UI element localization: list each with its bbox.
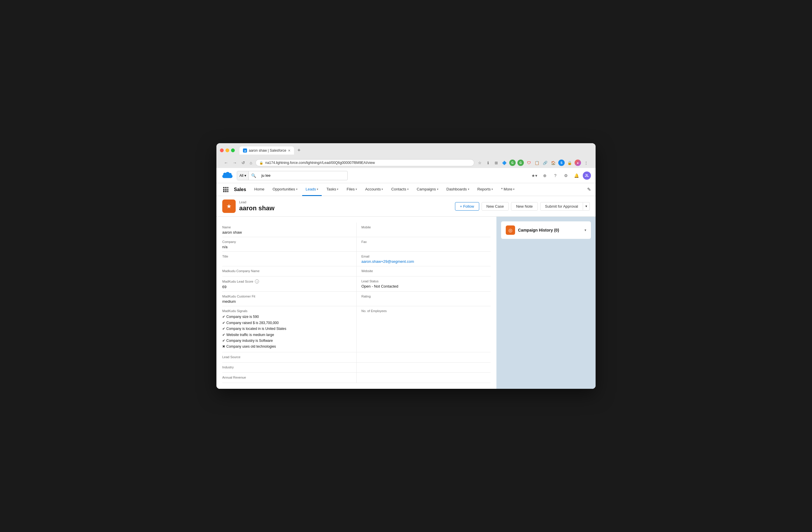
signals-row: MadKudu Signals Company size is 590 Comp… <box>222 306 491 352</box>
settings-icon[interactable]: ⚙ <box>562 172 570 180</box>
traffic-lights <box>220 148 235 152</box>
search-type-chevron: ▾ <box>244 174 246 178</box>
info-circle-icon[interactable]: i <box>255 279 259 284</box>
nav-item-opportunities[interactable]: Opportunities ▾ <box>269 183 301 196</box>
campaign-expand-icon[interactable]: ▾ <box>584 228 586 232</box>
topbar-right: ★▾ ⊕ ? ⚙ 🔔 JL <box>530 172 591 180</box>
browser-ext10[interactable]: ● <box>575 160 581 166</box>
browser-ext9[interactable]: 🔒 <box>566 160 573 166</box>
field-employees: No. of Employees ✎ <box>357 306 491 352</box>
field-mobile: Mobile ✎ <box>357 222 491 237</box>
nav-item-campaigns[interactable]: Campaigns ▾ <box>413 183 442 196</box>
tab-close-button[interactable]: × <box>288 148 290 153</box>
field-madkudu-score-label: MadKudu Lead Score i <box>222 279 353 284</box>
svg-rect-6 <box>223 191 224 192</box>
chevron-icon: ▾ <box>468 188 469 191</box>
svg-rect-2 <box>227 187 228 188</box>
sf-navbar: Sales Home Opportunities ▾ Leads ▾ Tasks… <box>216 183 596 196</box>
field-email-value[interactable]: aaron.shaw+29@segment.com <box>361 259 487 264</box>
nav-item-tasks[interactable]: Tasks ▾ <box>323 183 342 196</box>
home-button[interactable]: ⌂ <box>248 160 253 166</box>
browser-ext7[interactable]: 🏠 <box>550 160 556 166</box>
svg-rect-1 <box>225 187 227 188</box>
maximize-traffic-light[interactable] <box>231 148 235 152</box>
lead-type: Lead <box>239 200 451 204</box>
campaign-history-panel: ◎ Campaign History (0) ▾ <box>501 221 591 239</box>
field-website: Website ✎ <box>357 266 491 276</box>
fields-grid: Name aaron shaw ✎ Mobile ✎ Company n/a <box>222 222 491 306</box>
lock-icon: 🔒 <box>259 161 263 165</box>
follow-button[interactable]: + Follow <box>455 202 479 211</box>
minimize-traffic-light[interactable] <box>226 148 229 152</box>
add-icon[interactable]: ⊕ <box>541 172 549 180</box>
menu-icon[interactable]: ⋮ <box>583 160 589 166</box>
address-bar[interactable]: 🔒 na174.lightning.force.com/lightning/r/… <box>256 159 474 166</box>
browser-ext2[interactable]: G <box>509 160 516 166</box>
search-input[interactable] <box>258 173 347 178</box>
field-fax: Fax ✎ <box>357 237 491 252</box>
nav-item-home[interactable]: Home <box>251 183 268 196</box>
search-type-dropdown[interactable]: All ▾ <box>237 171 249 180</box>
active-tab[interactable]: ☁ aaron shaw | Salesforce × <box>240 146 294 155</box>
sf-topbar: All ▾ 🔍 ★▾ ⊕ ? ⚙ 🔔 JL <box>216 168 596 183</box>
refresh-button[interactable]: ↺ <box>240 160 246 166</box>
field-lead-source-label: Lead Source <box>222 355 353 359</box>
salesforce-logo[interactable] <box>221 171 233 180</box>
signal-item-6: Company uses old technologies <box>222 344 353 349</box>
field-lead-status-label: Lead Status <box>361 279 487 283</box>
edit-nav-icon[interactable]: ✎ <box>587 187 591 192</box>
svg-rect-8 <box>227 191 228 192</box>
field-company: Company n/a ✎ <box>222 237 357 252</box>
notifications-icon[interactable]: 🔔 <box>572 172 580 180</box>
browser-ext3[interactable]: G <box>518 160 524 166</box>
new-note-button[interactable]: New Note <box>511 202 538 211</box>
submit-dropdown-button[interactable]: ▾ <box>583 202 590 211</box>
signal-item-1: Company size is 590 <box>222 314 353 320</box>
chevron-icon: ▾ <box>337 188 338 191</box>
forward-button[interactable]: → <box>232 160 238 166</box>
bookmark-icon[interactable]: ☆ <box>477 160 483 166</box>
new-case-button[interactable]: New Case <box>481 202 509 211</box>
field-fax-label: Fax <box>361 240 487 244</box>
favorites-icon[interactable]: ★▾ <box>530 172 538 180</box>
nav-item-leads[interactable]: Leads ▾ <box>302 183 322 196</box>
field-industry-label: Industry <box>222 365 353 369</box>
campaign-icon: ◎ <box>506 226 515 235</box>
nav-item-contacts[interactable]: Contacts ▾ <box>388 183 412 196</box>
app-launcher-icon[interactable] <box>221 185 230 194</box>
search-wrapper[interactable]: All ▾ 🔍 <box>237 171 348 180</box>
nav-item-dashboards[interactable]: Dashboards ▾ <box>443 183 473 196</box>
lead-name: aaron shaw <box>239 204 451 212</box>
nav-item-reports[interactable]: Reports ▾ <box>474 183 497 196</box>
chevron-icon: ▾ <box>513 188 514 191</box>
signal-item-2: Company raised $ is 283,700,000 <box>222 320 353 326</box>
nav-item-accounts[interactable]: Accounts ▾ <box>362 183 387 196</box>
browser-nav: ← → ↺ ⌂ 🔒 na174.lightning.force.com/ligh… <box>220 158 592 168</box>
extensions-icon[interactable]: ⊞ <box>493 160 499 166</box>
nav-item-more[interactable]: * More ▾ <box>497 183 518 196</box>
address-text: na174.lightning.force.com/lightning/r/Le… <box>265 161 375 165</box>
browser-ext1[interactable]: 🔷 <box>501 160 508 166</box>
browser-ext4[interactable]: 🛡 <box>526 160 532 166</box>
chevron-icon: ▾ <box>356 188 357 191</box>
help-icon[interactable]: ? <box>551 172 560 180</box>
field-signals: MadKudu Signals Company size is 590 Comp… <box>222 306 357 352</box>
field-industry: Industry ✎ <box>222 362 357 373</box>
close-traffic-light[interactable] <box>220 148 224 152</box>
browser-ext8[interactable]: S <box>558 160 565 166</box>
info-icon[interactable]: ℹ <box>485 160 491 166</box>
field-rating: Rating ✎ <box>357 292 491 306</box>
nav-item-files[interactable]: Files ▾ <box>343 183 360 196</box>
campaign-history-header: ◎ Campaign History (0) ▾ <box>506 226 586 235</box>
lead-icon: ★ <box>222 200 236 213</box>
new-tab-button[interactable]: + <box>295 146 348 155</box>
user-avatar[interactable]: JL <box>583 172 591 180</box>
tab-favicon: ☁ <box>243 148 247 153</box>
chevron-icon: ▾ <box>437 188 438 191</box>
submit-group: Submit for Approval ▾ <box>540 202 590 211</box>
browser-ext5[interactable]: 📋 <box>534 160 540 166</box>
back-button[interactable]: ← <box>223 160 229 166</box>
browser-ext6[interactable]: 🔗 <box>542 160 548 166</box>
submit-approval-button[interactable]: Submit for Approval <box>540 202 583 211</box>
browser-chrome: ☁ aaron shaw | Salesforce × + ← → ↺ ⌂ 🔒 … <box>216 143 596 168</box>
